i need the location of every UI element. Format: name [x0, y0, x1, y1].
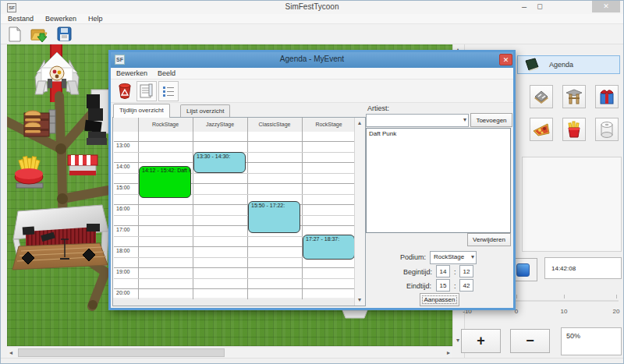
end-minute-field[interactable]: 42 [459, 279, 473, 292]
dialog-close-button[interactable]: ✕ [499, 54, 512, 65]
apply-button[interactable]: Aanpassen [420, 293, 459, 306]
hscroll-thumb[interactable] [18, 348, 225, 357]
dialog-menubar: BewerkenBeeld [111, 68, 513, 80]
tool-stage-button[interactable] [562, 85, 586, 108]
end-hour-field[interactable]: 15 [436, 279, 450, 292]
save-button[interactable] [56, 26, 75, 44]
timeline-view-button[interactable] [136, 81, 157, 101]
slider-tick-label: 20 [604, 308, 624, 315]
menu-item-bewerken[interactable]: Bewerken [45, 15, 76, 23]
gift-icon [597, 87, 616, 106]
time-gridline [114, 288, 354, 289]
pizza-icon [532, 122, 551, 137]
zoom-level-field[interactable]: 50% [561, 327, 622, 355]
start-hour-field[interactable]: 14 [436, 265, 450, 277]
stage-icon [565, 88, 583, 105]
scroll-down-icon[interactable]: ▾ [456, 337, 459, 344]
tab-timeline-overview[interactable]: Tijdlijn overzicht [113, 104, 170, 118]
scroll-right-icon[interactable]: ▸ [447, 350, 450, 356]
trash-icon [118, 83, 132, 100]
toilet-paper-icon [598, 120, 615, 139]
map-horizontal-scrollbar[interactable]: ◂ ▸ [7, 346, 452, 358]
main-stage[interactable] [12, 205, 108, 270]
open-folder-icon [30, 26, 48, 44]
time-colon: : [454, 282, 456, 290]
save-icon [56, 26, 73, 42]
timeline-event[interactable]: 13:30 - 14:30: [193, 152, 246, 173]
menu-item-bestand[interactable]: Bestand [8, 15, 34, 23]
menu-item-beeld[interactable]: Beeld [158, 69, 176, 77]
tool-gift-button[interactable] [595, 85, 619, 108]
start-minute-field[interactable]: 12 [459, 265, 473, 277]
column-header-rockstage: RockStage [302, 119, 356, 131]
delete-event-button[interactable] [115, 81, 135, 101]
road-icon [532, 89, 551, 104]
agenda-dialog: SF Agenda - MyEvent ✕ BewerkenBeeld [108, 50, 516, 310]
column-header-classicstage: ClassicStage [247, 119, 302, 131]
podium-label: Podium: [400, 253, 426, 261]
artist-listbox[interactable]: Daft Punk [366, 128, 511, 233]
hour-label-18:00: 18:00 [116, 248, 130, 253]
zoom-out-button[interactable]: − [510, 329, 550, 353]
timeline-event[interactable]: 14:12 - 15:42: Daft Punk [139, 166, 191, 198]
timeline-panel[interactable]: RockStageJazzyStageClassicStageRockStage… [112, 117, 366, 306]
time-gridline [114, 278, 354, 279]
list-view-icon [161, 84, 176, 98]
app-window: SF SimFestTycoon – ◻ ✕ BestandBewerkenHe… [0, 0, 624, 364]
podium-combo[interactable]: RockStage ▾ [430, 251, 477, 264]
artist-combo[interactable]: ▾ [366, 114, 469, 127]
add-artist-button[interactable]: Toevoegen [470, 113, 512, 127]
menu-item-help[interactable]: Help [88, 15, 103, 23]
close-button[interactable]: ✕ [592, 1, 620, 12]
menu-item-bewerken[interactable]: Bewerken [116, 69, 147, 77]
timeline-event[interactable]: 15:50 - 17:22: [248, 201, 300, 233]
sidebar-item-agenda[interactable]: Agenda [517, 55, 620, 74]
chevron-down-icon: ▾ [463, 116, 466, 123]
slider-tick-label: 10 [552, 308, 576, 315]
tool-pizza-button[interactable] [530, 118, 553, 141]
time-gridline [114, 204, 354, 205]
slider-tick [616, 295, 617, 299]
hour-label-16:00: 16:00 [116, 206, 130, 211]
scroll-up-icon[interactable]: ▴ [358, 120, 361, 126]
tool-fries-button[interactable] [562, 118, 586, 141]
play-icon [516, 263, 530, 277]
tool-toilet-paper-button[interactable] [595, 118, 619, 141]
popcorn-stand[interactable] [68, 155, 98, 175]
hour-label-13:00: 13:00 [116, 143, 130, 148]
game-clock: 14:42:08 [544, 257, 622, 279]
timeline-view-icon [140, 83, 154, 99]
open-file-button[interactable] [30, 26, 48, 44]
time-gridline [114, 267, 354, 268]
tent-fragment [342, 310, 367, 318]
podium-combo-value: RockStage [434, 253, 464, 260]
column-header-rockstage: RockStage [138, 119, 193, 131]
tab-list-overview[interactable]: Lijst overzicht [180, 104, 230, 118]
timeline-scrollbar[interactable]: ▴ ▾ [354, 118, 365, 306]
new-file-button[interactable] [6, 26, 25, 44]
time-colon: : [454, 268, 456, 276]
hour-label-19:00: 19:00 [116, 269, 130, 274]
artist-list-item[interactable]: Daft Punk [369, 130, 510, 137]
start-time-label: Begintijd: [403, 268, 432, 276]
end-time-label: Eindtijd: [406, 282, 431, 290]
agenda-label: Agenda [549, 61, 573, 69]
scroll-left-icon[interactable]: ◂ [9, 350, 12, 356]
fries-icon [566, 120, 582, 139]
list-view-button[interactable] [158, 81, 179, 101]
status-strip [1, 358, 623, 364]
scroll-down-icon[interactable]: ▾ [358, 297, 361, 303]
maximize-button[interactable]: ◻ [534, 2, 545, 12]
hour-label-14:00: 14:00 [116, 164, 130, 169]
remove-artist-button[interactable]: Verwijderen [467, 233, 511, 246]
timeline-event[interactable]: 17:27 - 18:37: [303, 235, 355, 260]
chevron-down-icon: ▾ [471, 253, 474, 260]
fries-stand[interactable] [15, 157, 43, 188]
burger-stand[interactable] [24, 110, 55, 136]
agenda-book-icon [524, 58, 540, 72]
dialog-title: Agenda - MyEvent [111, 55, 513, 63]
tool-road-button[interactable] [530, 85, 553, 108]
zoom-in-button[interactable]: + [461, 329, 501, 353]
minimize-button[interactable]: – [517, 2, 531, 12]
hour-label-15:00: 15:00 [116, 185, 130, 190]
